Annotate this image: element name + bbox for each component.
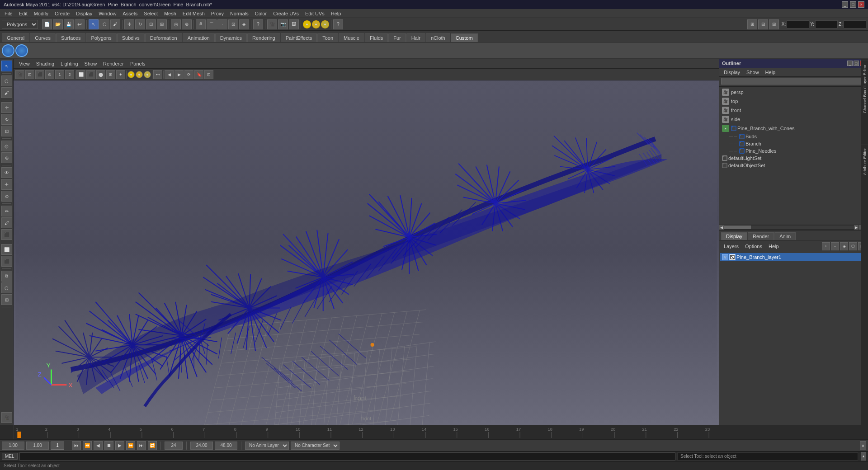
anim-layer-selector[interactable]: No Anim Layer: [245, 442, 289, 450]
layer-select-button[interactable]: ◈: [840, 242, 848, 250]
mel-mode-button[interactable]: MEL: [2, 453, 18, 460]
snap-grid-button[interactable]: #: [196, 19, 206, 29]
show-manip-left-button[interactable]: ⊕: [1, 152, 12, 163]
vp-icon-smooth[interactable]: ⬛: [86, 70, 95, 79]
outliner-item-lightset[interactable]: ⬛ defaultLightSet: [720, 155, 862, 162]
playback-end2-input[interactable]: 24.00: [190, 442, 213, 450]
vp-menu-renderer[interactable]: Renderer: [100, 60, 127, 67]
menu-proxy[interactable]: Proxy: [208, 10, 226, 17]
scale-tool-button[interactable]: ⊡: [146, 19, 156, 29]
shelf-tab-ncloth[interactable]: nCloth: [426, 33, 450, 42]
outliner-item-top[interactable]: 🎥 top: [720, 97, 862, 106]
vp-icon-smooth2[interactable]: ⬤: [96, 70, 105, 79]
pb-stop[interactable]: ⏹: [104, 441, 113, 450]
vp-light1[interactable]: ●: [127, 71, 135, 78]
extrude-button[interactable]: ⧉: [1, 271, 12, 282]
outliner-menu-display[interactable]: Display: [721, 69, 743, 76]
vp-icon-isolate[interactable]: ⊙: [45, 70, 54, 79]
vp-menu-view[interactable]: View: [16, 60, 33, 67]
shelf-tab-fluids[interactable]: Fluids: [365, 33, 388, 42]
character-set-selector[interactable]: No Character Set: [291, 442, 340, 450]
soft-mod-left-button[interactable]: ◎: [1, 141, 12, 151]
close-button[interactable]: ×: [858, 1, 864, 8]
viewport-canvas[interactable]: X Y Z front front: [14, 80, 719, 425]
shelf-tab-muscle[interactable]: Muscle: [339, 33, 364, 42]
outliner-search-input[interactable]: [721, 78, 866, 85]
universal-manip-button[interactable]: ⊞: [157, 19, 167, 29]
rotate-tool-button[interactable]: ↻: [135, 19, 145, 29]
snap-point-button[interactable]: ·: [217, 19, 227, 29]
undo-button[interactable]: ↩: [75, 19, 85, 29]
playback-end3-input[interactable]: 48.00: [215, 442, 237, 450]
command-input[interactable]: [19, 452, 675, 461]
outliner-hscroll-left[interactable]: ◀: [719, 225, 724, 230]
vp-light2[interactable]: ●: [136, 71, 143, 78]
show-manip-button[interactable]: ⊕: [182, 19, 192, 29]
layer-playback-toggle[interactable]: [729, 254, 736, 260]
menu-edit-uvs[interactable]: Edit UVs: [302, 10, 327, 17]
outliner-item-branch[interactable]: ⬛ Branch: [720, 140, 862, 147]
vp-menu-lighting[interactable]: Lighting: [58, 60, 81, 67]
outliner-hscroll-right[interactable]: ▶: [854, 225, 859, 230]
create-subdiv-button[interactable]: ⬛: [1, 256, 12, 267]
render-viewport-button[interactable]: 🎥: [1, 412, 12, 423]
lasso-select-button[interactable]: ⬡: [1, 75, 12, 86]
shelf-tab-painteffects[interactable]: PaintEffects: [281, 33, 317, 42]
outliner-item-pine-group[interactable]: ▸ ⬛ Pine_Branch_with_Cones: [720, 124, 862, 133]
display-render-button[interactable]: 🖼: [289, 19, 299, 29]
open-file-button[interactable]: 📂: [53, 19, 63, 29]
save-file-button[interactable]: 💾: [64, 19, 74, 29]
light1-button[interactable]: ●: [303, 20, 311, 28]
pb-step-fwd[interactable]: ⏩: [126, 441, 135, 450]
light2-button[interactable]: ●: [312, 20, 320, 28]
dra-tab-anim[interactable]: Anim: [774, 232, 796, 240]
layer-menu-options[interactable]: Options: [742, 243, 765, 250]
vp-icon-persp[interactable]: 🎥: [15, 70, 24, 79]
shelf-tab-subdivs[interactable]: Subdivs: [117, 33, 145, 42]
bevel-button[interactable]: ⬡: [1, 282, 12, 293]
menu-display[interactable]: Display: [73, 10, 95, 17]
light3-button[interactable]: ●: [321, 20, 329, 28]
select-tool-button[interactable]: ↖: [89, 19, 99, 29]
playback-start-input[interactable]: 1.00: [2, 442, 24, 450]
vp-icon-snap-vp[interactable]: ⊡: [204, 70, 213, 79]
layer-row-pine[interactable]: V Pine_Branch_layer1: [720, 253, 867, 261]
shelf-tab-hair[interactable]: Hair: [406, 33, 425, 42]
outliner-item-buds[interactable]: ⬛ Buds: [720, 133, 862, 140]
menu-mesh[interactable]: Mesh: [161, 10, 179, 17]
vp-menu-show[interactable]: Show: [82, 60, 100, 67]
shelf-tab-fur[interactable]: Fur: [388, 33, 406, 42]
shelf-tab-polygons[interactable]: Polygons: [86, 33, 116, 42]
move-tool-button[interactable]: ✛: [124, 19, 134, 29]
toolbar-right1[interactable]: ⊞: [747, 19, 757, 29]
channel-box-tab[interactable]: Channel Box / Layer Editor: [861, 61, 868, 117]
x-input[interactable]: [787, 20, 809, 28]
camera-tumble-button[interactable]: 👁: [1, 167, 12, 178]
shelf-icon-2[interactable]: [15, 44, 28, 57]
outliner-item-pine-needles[interactable]: ⬛ Pine_Needles: [720, 147, 862, 155]
cmd-expand-button[interactable]: ▲: [861, 452, 866, 461]
shelf-tab-surfaces[interactable]: Surfaces: [56, 33, 85, 42]
menu-file[interactable]: File: [2, 10, 15, 17]
y-input[interactable]: [815, 20, 838, 28]
playback-current-frame-input[interactable]: 1: [51, 442, 64, 450]
vp-menu-shading[interactable]: Shading: [33, 60, 57, 67]
dra-tab-render[interactable]: Render: [748, 232, 774, 240]
scale-left-button[interactable]: ⊡: [1, 126, 12, 136]
dra-tab-display[interactable]: Display: [721, 232, 747, 240]
outliner-max-button[interactable]: □: [854, 61, 859, 66]
pb-play-back[interactable]: ◀: [94, 441, 103, 450]
bridge-button[interactable]: ⊞: [1, 294, 12, 305]
playback-current-start-input[interactable]: 1.00: [26, 442, 49, 450]
rotate-left-button[interactable]: ↻: [1, 114, 12, 125]
menu-create[interactable]: Create: [52, 10, 72, 17]
pb-go-start[interactable]: ⏮: [72, 441, 81, 450]
vp-icon-shader[interactable]: ⊷: [153, 70, 162, 79]
outliner-item-side[interactable]: 🎥 side: [720, 115, 862, 124]
menu-help[interactable]: Help: [328, 10, 344, 17]
vp-icon-next[interactable]: ▶: [175, 70, 184, 79]
vp-light3[interactable]: ●: [144, 71, 151, 78]
menu-assets[interactable]: Assets: [120, 10, 140, 17]
vp-icon-bookmark[interactable]: 🔖: [194, 70, 203, 79]
camera-track-button[interactable]: ☩: [1, 179, 12, 190]
